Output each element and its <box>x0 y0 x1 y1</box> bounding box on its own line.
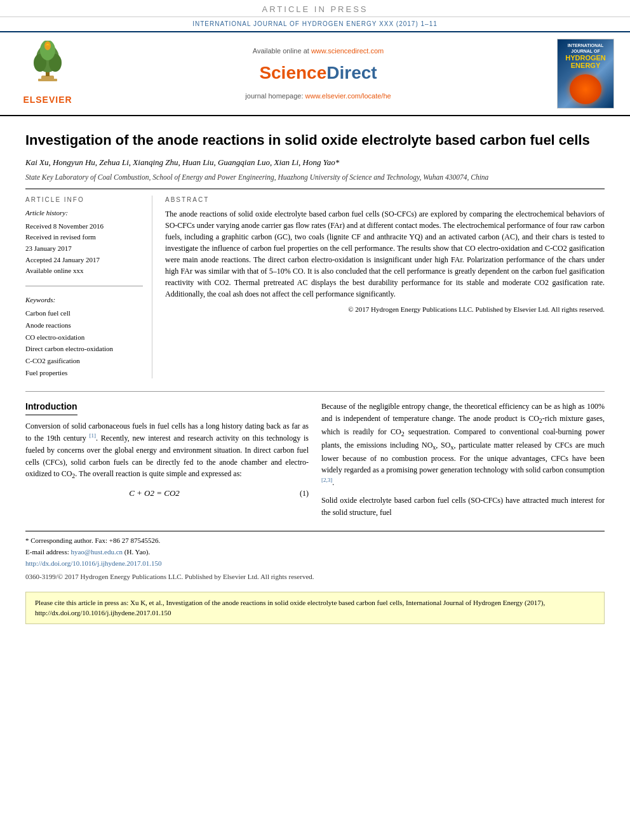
date-revised-label: Received in revised form <box>25 232 143 243</box>
cover-circle-graphic <box>570 74 601 104</box>
corresponding-author: * Corresponding author. Fax: +86 27 8754… <box>25 535 605 547</box>
elsevier-brand-text: ELSEVIER <box>23 94 72 107</box>
article-info-label: ARTICLE INFO <box>25 196 143 204</box>
sciencedirect-logo: ScienceDirect <box>259 60 377 85</box>
email-line: E-mail address: hyao@hust.edu.cn (H. Yao… <box>25 547 605 558</box>
keywords-list: Carbon fuel cell Anode reactions CO elec… <box>25 307 143 378</box>
journal-cover: International Journal of HYDROGEN ENERGY <box>554 39 617 109</box>
copyright-line: © 2017 Hydrogen Energy Publications LLC.… <box>165 305 605 314</box>
equation-number: (1) <box>283 488 309 499</box>
citation-banner: Please cite this article in press as: Xu… <box>25 592 605 624</box>
main-divider <box>25 391 605 392</box>
intro-right-text2: Solid oxide electrolyte based carbon fue… <box>321 495 605 518</box>
info-divider <box>25 286 143 286</box>
keyword-6: Fuel properties <box>25 367 143 379</box>
svg-rect-1 <box>38 79 57 81</box>
authors-line: Kai Xu, Hongyun Hu, Zehua Li, Xianqing Z… <box>25 156 605 169</box>
intro-right-text: Because of the negligible entropy change… <box>321 401 605 488</box>
dates-list: Received 8 November 2016 Received in rev… <box>25 221 143 277</box>
paper-title: Investigation of the anode reactions in … <box>25 131 605 150</box>
cover-title-line2: HYDROGEN <box>565 54 606 62</box>
divider-1 <box>25 189 605 189</box>
intro-right-col: Because of the negligible entropy change… <box>321 401 605 518</box>
date-accepted: Accepted 24 January 2017 <box>25 255 143 266</box>
keywords-section: Keywords: Carbon fuel cell Anode reactio… <box>25 295 143 379</box>
ref-2-3: [2,3] <box>321 477 332 483</box>
article-history: Article history: Received 8 November 201… <box>25 208 143 276</box>
history-heading: Article history: <box>25 208 143 218</box>
intro-left-text: Conversion of solid carbonaceous fuels i… <box>25 420 309 481</box>
intro-left-col: Introduction Conversion of solid carbona… <box>25 401 309 518</box>
affiliation: State Key Laboratory of Coal Combustion,… <box>25 172 605 182</box>
abstract-label: ABSTRACT <box>165 196 605 204</box>
available-online-link[interactable]: www.sciencedirect.com <box>311 47 384 55</box>
keyword-5: C-CO2 gasification <box>25 355 143 367</box>
keyword-3: CO electro-oxidation <box>25 331 143 343</box>
article-in-press-banner: ARTICLE IN PRESS <box>0 0 630 17</box>
journal-cover-image: International Journal of HYDROGEN ENERGY <box>557 39 614 109</box>
email-label: E-mail address: <box>25 548 69 556</box>
main-content: Investigation of the anode reactions in … <box>0 116 630 630</box>
date-revised-value: 23 January 2017 <box>25 243 143 255</box>
equation-formula: C + O2 = CO2 <box>25 488 283 499</box>
issn-line: 0360-3199/© 2017 Hydrogen Energy Publica… <box>25 571 605 583</box>
journal-homepage: journal homepage: www.elsevier.com/locat… <box>245 91 391 101</box>
journal-homepage-link[interactable]: www.elsevier.com/locate/he <box>305 92 391 100</box>
journal-title-bar: INTERNATIONAL JOURNAL OF HYDROGEN ENERGY… <box>0 17 630 32</box>
doi-line: http://dx.doi.org/10.1016/j.ijhydene.201… <box>25 558 605 570</box>
footnote-section: * Corresponding author. Fax: +86 27 8754… <box>25 531 605 582</box>
article-info-abstract-section: ARTICLE INFO Article history: Received 8… <box>25 196 605 378</box>
email-person: (H. Yao). <box>124 548 150 556</box>
date-received: Received 8 November 2016 <box>25 221 143 232</box>
email-link[interactable]: hyao@hust.edu.cn <box>70 548 123 556</box>
elsevier-tree-icon <box>22 41 73 91</box>
date-available-online: Available online xxx <box>25 265 143 277</box>
keyword-2: Anode reactions <box>25 319 143 331</box>
intro-heading: Introduction <box>25 401 77 415</box>
abstract-text: The anode reactions of solid oxide elect… <box>165 208 605 300</box>
ref-1: [1] <box>89 432 96 439</box>
cover-title-line3: ENERGY <box>571 62 600 69</box>
keyword-4: Direct carbon electro-oxidation <box>25 343 143 355</box>
doi-link[interactable]: http://dx.doi.org/10.1016/j.ijhydene.201… <box>25 559 162 567</box>
article-info-column: ARTICLE INFO Article history: Received 8… <box>25 196 152 378</box>
introduction-section: Introduction Conversion of solid carbona… <box>25 401 605 518</box>
cover-title-line1: International Journal of <box>560 43 611 54</box>
equation-line: C + O2 = CO2 (1) <box>25 488 309 499</box>
available-online-text: Available online at www.sciencedirect.co… <box>253 46 384 56</box>
header-section: ELSEVIER Available online at www.science… <box>0 32 630 116</box>
abstract-column: ABSTRACT The anode reactions of solid ox… <box>165 196 605 378</box>
elsevier-logo: ELSEVIER <box>13 39 83 109</box>
keyword-1: Carbon fuel cell <box>25 307 143 319</box>
header-center: Available online at www.sciencedirect.co… <box>89 39 547 109</box>
svg-point-7 <box>44 41 51 50</box>
keywords-heading: Keywords: <box>25 295 143 305</box>
